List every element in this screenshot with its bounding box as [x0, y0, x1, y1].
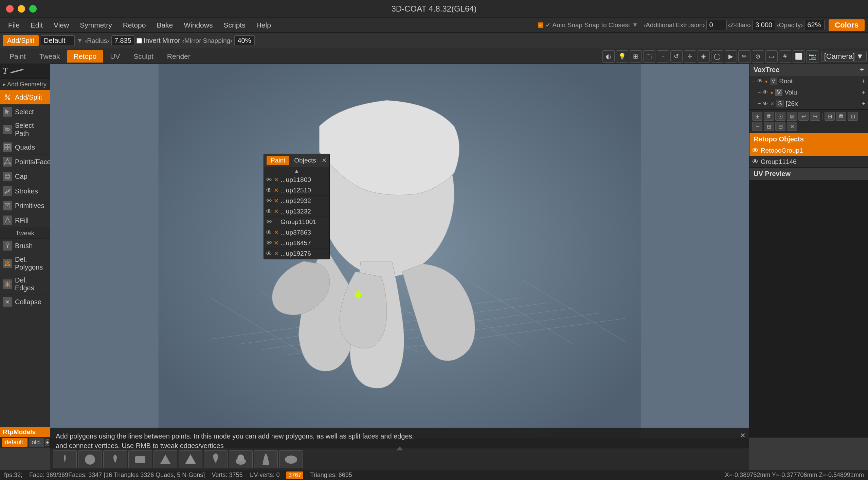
invert-mirror-check[interactable]: Invert Mirror	[137, 37, 180, 45]
po-x-2-icon[interactable]: ✕	[274, 197, 279, 205]
vt-eye-s[interactable]: 👁	[763, 101, 768, 107]
voxtree-row-s[interactable]: − 👁 ✕ S [26x +	[749, 98, 868, 109]
rtpmodels-tab-old[interactable]: old.	[29, 438, 44, 447]
texture-icon-btn[interactable]: ⬚	[643, 50, 655, 63]
vt-tb-trash2-btn[interactable]: 🗑	[836, 112, 846, 121]
tool-rfill[interactable]: RFill	[0, 213, 50, 228]
tab-retopo[interactable]: Retopo	[67, 50, 104, 63]
thumb-8[interactable]	[254, 450, 278, 468]
vt-tb-swap-btn[interactable]: ↔	[752, 122, 762, 131]
retopo-row-group2[interactable]: 👁 Group11146	[749, 156, 868, 168]
po-eye-5-icon[interactable]: 👁	[266, 229, 272, 236]
opacity-value[interactable]: 62%	[804, 20, 825, 30]
menu-scripts[interactable]: Scripts	[219, 20, 250, 31]
mirror-snapping-value[interactable]: 40%	[234, 35, 255, 46]
thumb-3[interactable]	[128, 450, 152, 468]
po-eye-1-icon[interactable]: 👁	[266, 187, 272, 194]
menu-help[interactable]: Help	[252, 20, 276, 31]
tool-strokes[interactable]: Strokes	[0, 184, 50, 199]
menu-view[interactable]: View	[49, 20, 74, 31]
play-icon-btn[interactable]: ▶	[725, 50, 737, 63]
auto-snap-check[interactable]: ✓	[538, 22, 543, 28]
retopo-row-group1[interactable]: 👁 RetopoGroup1	[749, 145, 868, 156]
po-x-1-icon[interactable]: ✕	[274, 187, 279, 194]
tab-paint[interactable]: Paint	[3, 50, 33, 63]
po-eye-7-icon[interactable]: 👁	[266, 250, 272, 257]
po-tab-objects[interactable]: Objects	[290, 156, 320, 165]
vt-tb-del2-btn[interactable]: ⊟	[825, 112, 835, 121]
light-icon-btn[interactable]: ◐	[602, 50, 615, 63]
opacity-label[interactable]: ‹Opacity›	[777, 21, 803, 29]
default-dropdown-arrow[interactable]: ▼	[77, 37, 83, 44]
po-up-arrow-icon[interactable]: ▲	[294, 168, 300, 174]
po-eye-2-icon[interactable]: 👁	[266, 198, 272, 205]
grid-icon-btn[interactable]: ⊞	[630, 50, 642, 63]
menu-file[interactable]: File	[3, 20, 24, 31]
po-x-0-icon[interactable]: ✕	[274, 176, 279, 184]
rtpmodels-add-btn[interactable]: +	[46, 439, 49, 446]
po-eye-4-icon[interactable]: 👁	[266, 219, 272, 226]
tab-render[interactable]: Render	[160, 50, 197, 63]
tool-select[interactable]: Select	[0, 105, 50, 119]
radius-value[interactable]: 7.835	[111, 35, 134, 46]
po-x-5-icon[interactable]: ✕	[274, 229, 279, 236]
tool-primitives[interactable]: Primitives	[0, 199, 50, 213]
tool-brush[interactable]: Brush	[0, 239, 50, 253]
menu-symmetry[interactable]: Symmetry	[75, 20, 117, 31]
tool-del-edges[interactable]: Del. Edges	[0, 274, 50, 295]
camera-icon-btn[interactable]: 📷	[806, 50, 818, 63]
po-row-3[interactable]: 👁 ✕ ...up13232	[264, 206, 329, 217]
z-bias-label[interactable]: ‹Z-Bias›	[728, 21, 751, 29]
message-close-icon[interactable]: ✕	[740, 431, 746, 440]
maximize-button[interactable]	[29, 5, 37, 13]
vt-tb-layers-btn[interactable]: ⊞	[752, 112, 762, 121]
po-x-6-icon[interactable]: ✕	[274, 239, 279, 247]
tab-sculpt[interactable]: Sculpt	[127, 50, 160, 63]
thumb-6[interactable]	[204, 450, 228, 468]
vt-x-s[interactable]: ✕	[770, 101, 774, 106]
transform-icon-btn[interactable]: ⊕	[698, 50, 710, 63]
vt-tb-merge-btn[interactable]: ⊠	[787, 112, 797, 121]
voxtree-row-volu[interactable]: − 👁 ● V Volu +	[749, 87, 868, 98]
tool-quads[interactable]: Quads	[0, 140, 50, 155]
po-eye-0-icon[interactable]: 👁	[266, 176, 272, 184]
voxtree-plus-icon[interactable]: +	[860, 66, 864, 74]
vt-visible-volu[interactable]: ●	[770, 90, 773, 95]
additional-extrusion-label[interactable]: ‹Additional Extrusion›	[644, 21, 705, 29]
water-icon-btn[interactable]: ~	[657, 50, 669, 63]
close-button[interactable]	[6, 5, 14, 13]
thumb-4[interactable]	[153, 450, 177, 468]
po-x-3-icon[interactable]: ✕	[274, 208, 279, 215]
menu-retopo[interactable]: Retopo	[118, 20, 151, 31]
po-tab-paint[interactable]: Paint	[267, 156, 289, 165]
thumb-1[interactable]	[78, 450, 102, 468]
auto-snap-label[interactable]: ✓ Auto Snap	[545, 21, 582, 29]
colors-button[interactable]: Colors	[829, 19, 865, 31]
vt-tb-grid-btn[interactable]: ⊟	[775, 122, 785, 131]
vt-add-root[interactable]: +	[862, 78, 865, 85]
lasso-icon-btn[interactable]: ◯	[711, 50, 723, 63]
vt-tb-add-btn[interactable]: ⊞	[764, 122, 774, 131]
tool-collapse[interactable]: Collapse	[0, 295, 50, 309]
menu-windows[interactable]: Windows	[179, 20, 217, 31]
move-icon-btn[interactable]: ✛	[684, 50, 696, 63]
po-row-7[interactable]: 👁 ✕ ...up19276	[264, 248, 329, 259]
snap-to-closest-label[interactable]: Snap to Closest	[584, 21, 630, 29]
thumb-0[interactable]	[53, 450, 77, 468]
invert-mirror-checkbox[interactable]	[137, 38, 142, 44]
vt-tb-undo-btn[interactable]: ↩	[798, 112, 809, 121]
pen-icon-btn[interactable]: ✏	[738, 50, 751, 63]
menu-bake[interactable]: Bake	[152, 20, 178, 31]
camera-dropdown[interactable]: [Camera] ▼	[821, 51, 867, 62]
po-row-6[interactable]: 👁 ✕ ...up16457	[264, 238, 329, 248]
tool-del-polygons[interactable]: Del. Polygons	[0, 253, 50, 274]
thumb-7[interactable]	[229, 450, 253, 468]
po-row-0[interactable]: 👁 ✕ ...up11800	[264, 175, 329, 185]
po-x-7-icon[interactable]: ✕	[274, 250, 279, 257]
menu-edit[interactable]: Edit	[26, 20, 48, 31]
thumb-2[interactable]	[103, 450, 127, 468]
tab-uv[interactable]: UV	[103, 50, 127, 63]
po-eye-3-icon[interactable]: 👁	[266, 208, 272, 215]
vt-eye-volu[interactable]: 👁	[763, 89, 768, 96]
tool-points-faces[interactable]: Points/Faces	[0, 155, 50, 169]
